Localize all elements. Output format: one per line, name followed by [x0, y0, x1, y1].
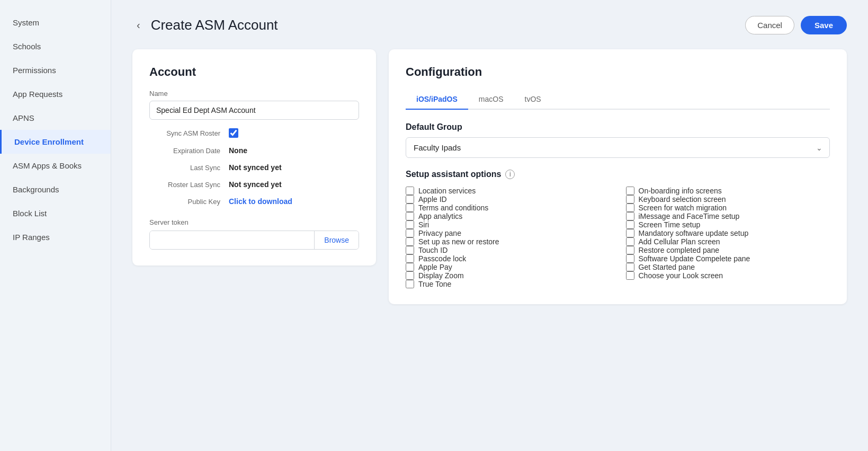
option-item: Privacy pane: [406, 229, 610, 237]
page-header: ‹ Create ASM Account Cancel Save: [132, 16, 847, 34]
sidebar-item-ip-ranges[interactable]: IP Ranges: [0, 225, 111, 249]
option-label-choose-look: Choose your Look screen: [639, 271, 723, 280]
info-icon[interactable]: i: [505, 170, 515, 179]
tab-macos[interactable]: macOS: [468, 90, 514, 110]
option-label-location-services: Location services: [418, 187, 476, 195]
sidebar-item-block-list[interactable]: Block List: [0, 201, 111, 225]
sidebar-item-permissions[interactable]: Permissions: [0, 58, 111, 82]
account-name-input[interactable]: [149, 101, 359, 120]
option-label-terms-conditions: Terms and conditions: [418, 204, 488, 212]
roster-last-sync-value: Not synced yet: [229, 180, 282, 189]
option-item: Apple ID: [406, 195, 610, 204]
checkbox-screen-time-setup[interactable]: [626, 220, 634, 229]
last-sync-label: Last Sync: [149, 164, 229, 172]
setup-assistant-title: Setup assistant options i: [406, 170, 830, 179]
account-card: Account Name Sync ASM Roster Expiration …: [132, 49, 376, 266]
checkbox-app-analytics[interactable]: [406, 212, 414, 220]
option-item: Display Zoom: [406, 271, 610, 280]
option-item: Apple Pay: [406, 263, 610, 271]
checkbox-choose-look[interactable]: [626, 271, 634, 280]
sidebar-item-schools[interactable]: Schools: [0, 34, 111, 58]
config-title: Configuration: [406, 65, 830, 79]
option-item: Set up as new or restore: [406, 237, 610, 246]
default-group-label: Default Group: [406, 122, 830, 132]
default-group-dropdown-wrapper: Faculty Ipads ⌄: [406, 137, 830, 158]
sidebar-item-asm-apps-books[interactable]: ASM Apps & Books: [0, 154, 111, 178]
public-key-label: Public Key: [149, 198, 229, 206]
option-label-screen-time-setup: Screen Time setup: [639, 220, 701, 229]
option-label-mandatory-update: Mandatory software update setup: [639, 229, 749, 237]
option-item: iMessage and FaceTime setup: [626, 212, 830, 220]
sidebar-item-app-requests[interactable]: App Requests: [0, 82, 111, 106]
sidebar-item-apns[interactable]: APNS: [0, 106, 111, 130]
checkbox-true-tone[interactable]: [406, 280, 414, 288]
option-label-privacy-pane: Privacy pane: [418, 229, 461, 237]
sync-roster-label: Sync ASM Roster: [149, 129, 229, 137]
save-button[interactable]: Save: [801, 16, 847, 34]
checkbox-passcode-lock[interactable]: [406, 254, 414, 263]
option-label-set-up-new-restore: Set up as new or restore: [418, 237, 499, 246]
tab-ios-ipados[interactable]: iOS/iPadOS: [406, 90, 468, 110]
cancel-button[interactable]: Cancel: [745, 16, 794, 34]
server-token-input[interactable]: [150, 231, 314, 249]
option-item: On-boarding info screens: [626, 187, 830, 195]
back-button[interactable]: ‹: [132, 17, 145, 33]
option-label-software-update-complete: Software Update Compelete pane: [639, 254, 750, 263]
sidebar-item-backgrounds[interactable]: Backgrounds: [0, 178, 111, 201]
public-key-row: Public Key Click to download: [149, 197, 359, 206]
tab-tvos[interactable]: tvOS: [514, 90, 552, 110]
checkbox-touch-id[interactable]: [406, 246, 414, 254]
name-label: Name: [149, 90, 359, 98]
sidebar-item-system[interactable]: System: [0, 11, 111, 34]
checkbox-software-update-complete[interactable]: [626, 254, 634, 263]
default-group-select[interactable]: Faculty Ipads: [406, 137, 830, 158]
checkbox-get-started[interactable]: [626, 263, 634, 271]
option-item: True Tone: [406, 280, 610, 288]
option-item: App analytics: [406, 212, 610, 220]
expiration-value: None: [229, 146, 247, 155]
checkbox-keyboard-selection[interactable]: [626, 195, 634, 204]
account-title: Account: [149, 65, 359, 79]
sidebar-item-device-enrollment[interactable]: Device Enrollment: [0, 130, 111, 154]
checkbox-set-up-new-restore[interactable]: [406, 237, 414, 246]
options-grid: Location servicesApple IDTerms and condi…: [406, 187, 830, 288]
checkbox-display-zoom[interactable]: [406, 271, 414, 280]
checkbox-add-cellular[interactable]: [626, 237, 634, 246]
checkbox-restore-completed[interactable]: [626, 246, 634, 254]
option-label-apple-id: Apple ID: [418, 195, 447, 204]
checkbox-apple-pay[interactable]: [406, 263, 414, 271]
option-item: Add Cellular Plan screen: [626, 237, 830, 246]
browse-button[interactable]: Browse: [314, 231, 359, 249]
option-item: Terms and conditions: [406, 204, 610, 212]
expiration-label: Expiration Date: [149, 147, 229, 155]
last-sync-row: Last Sync Not synced yet: [149, 163, 359, 172]
checkbox-apple-id[interactable]: [406, 195, 414, 204]
option-label-onboarding-info: On-boarding info screens: [639, 187, 722, 195]
checkbox-privacy-pane[interactable]: [406, 229, 414, 237]
options-col1: Location servicesApple IDTerms and condi…: [406, 187, 610, 288]
option-item: Screen Time setup: [626, 220, 830, 229]
option-label-apple-pay: Apple Pay: [418, 263, 452, 271]
checkbox-terms-conditions[interactable]: [406, 204, 414, 212]
public-key-link[interactable]: Click to download: [229, 197, 292, 206]
checkbox-screen-watch-migration[interactable]: [626, 204, 634, 212]
checkbox-imessage-facetime[interactable]: [626, 212, 634, 220]
server-token-row: Browse: [149, 231, 359, 250]
sync-roster-checkbox[interactable]: [229, 128, 238, 138]
sidebar: SystemSchoolsPermissionsApp RequestsAPNS…: [0, 0, 111, 451]
option-label-app-analytics: App analytics: [418, 212, 462, 220]
checkbox-mandatory-update[interactable]: [626, 229, 634, 237]
option-item: Siri: [406, 220, 610, 229]
config-tabs: iOS/iPadOSmacOStvOS: [406, 90, 830, 110]
setup-assistant-label: Setup assistant options: [406, 170, 501, 179]
option-item: Location services: [406, 187, 610, 195]
checkbox-siri[interactable]: [406, 220, 414, 229]
cards-row: Account Name Sync ASM Roster Expiration …: [132, 49, 847, 304]
option-item: Software Update Compelete pane: [626, 254, 830, 263]
option-label-restore-completed: Restore completed pane: [639, 246, 720, 254]
checkbox-location-services[interactable]: [406, 187, 414, 195]
option-label-true-tone: True Tone: [418, 280, 451, 288]
option-label-passcode-lock: Passcode lock: [418, 254, 466, 263]
checkbox-onboarding-info[interactable]: [626, 187, 634, 195]
main-content: ‹ Create ASM Account Cancel Save Account…: [111, 0, 868, 451]
